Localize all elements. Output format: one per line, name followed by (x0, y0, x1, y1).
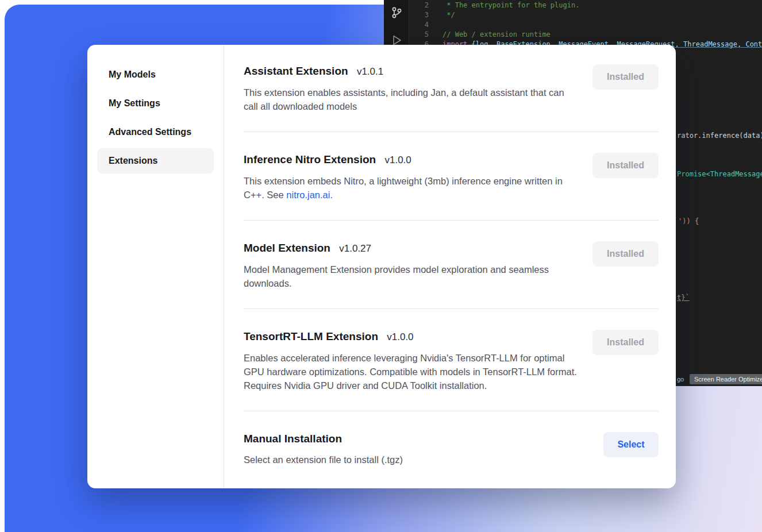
extension-info: Assistant Extension v1.0.1 This extensio… (244, 64, 578, 113)
extension-title-line: Model Extension v1.0.27 (244, 241, 578, 256)
extension-description: This extension enables assistants, inclu… (244, 86, 578, 113)
sidebar-item-label: Extensions (109, 156, 157, 166)
code-line: 2 * The entrypoint for the plugin. (409, 1, 762, 10)
line-number: 2 (409, 1, 429, 10)
code-fragment: Promise<ThreadMessage> (677, 171, 762, 178)
nitro-link[interactable]: nitro.jan.ai. (286, 190, 333, 200)
code-fragment: ')) { (678, 218, 699, 225)
extension-title: Model Extension (244, 242, 330, 254)
extension-row: Model Extension v1.0.27 Model Management… (244, 241, 659, 290)
row-divider (244, 309, 659, 309)
sidebar-item-extensions[interactable]: Extensions (97, 148, 214, 174)
installed-button[interactable]: Installed (592, 241, 659, 267)
row-divider (244, 220, 659, 221)
screen-reader-status-badge[interactable]: Screen Reader Optimized (690, 374, 762, 384)
code-line: 5 // Web / extension runtime (409, 30, 762, 40)
line-number: 3 (409, 10, 429, 20)
code-text: */ (429, 10, 455, 20)
extension-title-line: TensortRT-LLM Extension v1.0.0 (244, 330, 578, 344)
extension-row: Assistant Extension v1.0.1 This extensio… (244, 64, 659, 113)
sidebar-item-label: Advanced Settings (109, 127, 191, 137)
status-item-go[interactable]: go (677, 376, 684, 383)
row-divider (244, 132, 659, 132)
extension-title-line: Manual Installation (244, 432, 403, 446)
extension-row: Inference Nitro Extension v1.0.0 This ex… (244, 153, 659, 202)
extension-title-line: Assistant Extension v1.0.1 (244, 64, 578, 79)
sidebar-item-advanced-settings[interactable]: Advanced Settings (97, 119, 214, 145)
source-control-icon[interactable] (390, 6, 403, 20)
sidebar-item-my-settings[interactable]: My Settings (97, 91, 214, 116)
code-text: * The entrypoint for the plugin. (429, 1, 579, 10)
installed-button[interactable]: Installed (592, 153, 659, 178)
extension-info: Model Extension v1.0.27 Model Management… (244, 241, 578, 290)
line-number: 4 (409, 20, 429, 30)
sidebar-item-label: My Settings (109, 98, 160, 109)
extension-row: TensortRT-LLM Extension v1.0.0 Enables a… (244, 330, 659, 392)
extension-version: v1.0.0 (387, 331, 413, 342)
code-line: 4 (409, 20, 762, 30)
installed-button[interactable]: Installed (592, 330, 659, 355)
code-text: // Web / extension runtime (429, 30, 551, 40)
settings-sidebar: My Models My Settings Advanced Settings … (87, 45, 224, 488)
code-fragment: t}` (677, 294, 690, 302)
sidebar-item-my-models[interactable]: My Models (97, 62, 214, 87)
installed-button[interactable]: Installed (592, 64, 659, 90)
extension-title-line: Inference Nitro Extension v1.0.0 (244, 153, 578, 167)
extension-title: Assistant Extension (244, 65, 348, 77)
desktop: 2 * The entrypoint for the plugin. 3 */ … (0, 0, 762, 532)
extension-description: Enables accelerated inference leveraging… (244, 351, 578, 392)
extension-title: Manual Installation (244, 433, 342, 445)
settings-modal: My Models My Settings Advanced Settings … (87, 45, 676, 488)
extension-description: Model Management Extension provides mode… (244, 263, 578, 290)
extension-info: Inference Nitro Extension v1.0.0 This ex… (244, 153, 578, 202)
row-divider (244, 411, 659, 411)
sidebar-item-label: My Models (109, 70, 156, 80)
extension-info: Manual Installation Select an extension … (244, 432, 403, 467)
extension-title: Inference Nitro Extension (244, 153, 376, 165)
manual-installation-row: Manual Installation Select an extension … (244, 432, 659, 467)
line-number: 5 (409, 30, 429, 40)
code-line: 3 */ (409, 10, 762, 20)
extension-version: v1.0.27 (339, 243, 371, 254)
code-text (429, 20, 442, 30)
code-fragment: rator.inference(data)); (677, 132, 762, 140)
extension-info: TensortRT-LLM Extension v1.0.0 Enables a… (244, 330, 578, 392)
extensions-panel: Assistant Extension v1.0.1 This extensio… (224, 45, 676, 488)
select-button[interactable]: Select (603, 432, 659, 457)
extension-version: v1.0.0 (384, 155, 411, 165)
extension-version: v1.0.1 (357, 66, 383, 77)
extension-title: TensortRT-LLM Extension (244, 330, 378, 342)
extension-description: This extension embeds Nitro, a lightweig… (244, 174, 578, 202)
extension-description: Select an extension file to install (.tg… (244, 453, 403, 467)
